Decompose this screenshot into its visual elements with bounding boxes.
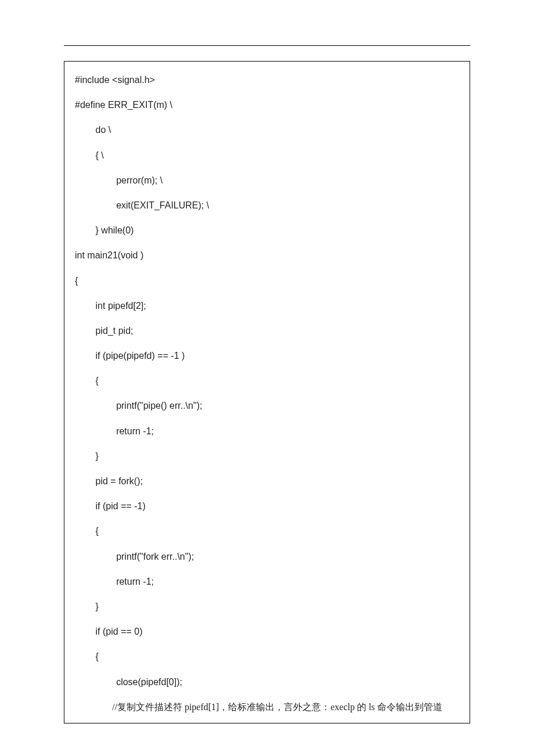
code-line: } [75, 444, 459, 469]
code-box: #include <signal.h> #define ERR_EXIT(m) … [64, 61, 470, 723]
code-line: if (pipe(pipefd) == -1 ) [75, 343, 459, 368]
header-rule [64, 45, 470, 46]
code-line: pid_t pid; [75, 318, 459, 343]
code-line: close(pipefd[0]); [75, 669, 459, 694]
code-line: { [75, 268, 459, 293]
code-line: #define ERR_EXIT(m) \ [75, 92, 459, 117]
code-line: { \ [75, 143, 459, 168]
code-line: if (pid == -1) [75, 494, 459, 519]
code-line-comment: //复制文件描述符 pipefd[1]，给标准输出，言外之意：execlp 的 … [75, 694, 459, 719]
code-line: printf("fork err..\n"); [75, 544, 459, 569]
document-page: #include <signal.h> #define ERR_EXIT(m) … [0, 0, 534, 756]
code-line: return -1; [75, 419, 459, 444]
code-line: } [75, 594, 459, 619]
code-line: pid = fork(); [75, 469, 459, 494]
code-line: { [75, 519, 459, 543]
code-line: return -1; [75, 569, 459, 594]
code-line: { [75, 368, 459, 393]
code-line: { [75, 644, 459, 669]
code-line: do \ [75, 117, 459, 142]
code-line: printf("pipe() err..\n"); [75, 393, 459, 418]
code-line: exit(EXIT_FAILURE); \ [75, 193, 459, 218]
code-line: perror(m); \ [75, 168, 459, 193]
code-line: int main21(void ) [75, 243, 459, 268]
code-line: int pipefd[2]; [75, 293, 459, 318]
code-line: if (pid == 0) [75, 619, 459, 644]
code-line: } while(0) [75, 218, 459, 243]
code-line: #include <signal.h> [75, 67, 459, 92]
